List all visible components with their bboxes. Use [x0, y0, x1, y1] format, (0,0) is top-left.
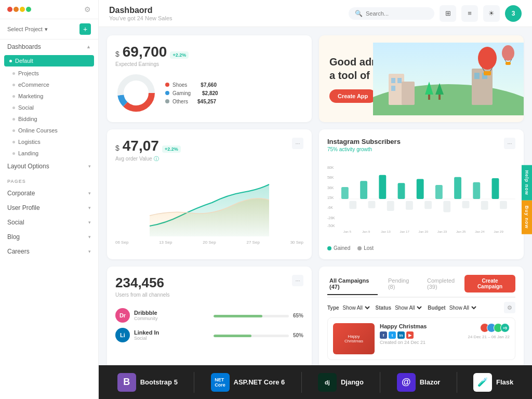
instagram-more-button[interactable]: ··· — [504, 138, 515, 149]
nav-item-label-online-courses: Online Courses — [18, 127, 58, 134]
nav-item-label-social: Social — [18, 104, 34, 111]
campaigns-card: All Campaigns (47) Pending (8) Completed… — [319, 267, 524, 365]
campaign-item-christmas: HappyChristmas Happy Christmas f t in ▶ … — [327, 317, 515, 360]
channel-item-linkedin: Li Linked In Social 50% — [115, 328, 303, 342]
filter-type-select[interactable]: Show All — [341, 304, 371, 311]
campaigns-tabs: All Campaigns (47) Pending (8) Completed… — [327, 275, 515, 298]
svg-text:Jan 13: Jan 13 — [381, 230, 391, 233]
sidebar-item-ecommerce[interactable]: eCommerce — [0, 79, 98, 90]
legend-dot-gaming — [165, 91, 169, 95]
nav-group-dashboards-label: Dashboards — [7, 43, 41, 50]
tech-item-flask[interactable]: 🧪 Flask — [473, 373, 513, 392]
svg-rect-46 — [462, 201, 470, 208]
create-campaign-button[interactable]: Create Campaign — [464, 275, 515, 292]
dribbble-bar-fill — [214, 315, 262, 317]
tech-item-django[interactable]: dj Django — [318, 373, 364, 392]
instagram-subtitle: 75% activity growth — [327, 147, 401, 152]
nav-group-layout-label: Layout Options — [7, 163, 49, 170]
tab-all-campaigns[interactable]: All Campaigns (47) — [327, 277, 378, 295]
legend-label-lost: Lost — [364, 245, 374, 251]
sidebar-item-social[interactable]: Social — [0, 102, 98, 113]
search-box[interactable]: 🔍 — [349, 7, 434, 20]
tech-item-asp[interactable]: NETCore ASP.NET Core 6 — [211, 373, 285, 392]
svg-rect-7 — [397, 78, 402, 83]
legend-dot-others — [165, 99, 169, 103]
legend-lost: Lost — [357, 245, 374, 251]
svg-rect-11 — [474, 73, 480, 79]
svg-rect-6 — [391, 78, 395, 83]
svg-text:36K: 36K — [327, 186, 334, 190]
sidebar-item-marketing[interactable]: Marketing — [0, 90, 98, 102]
add-project-button[interactable]: + — [79, 23, 91, 35]
svg-rect-41 — [417, 179, 424, 199]
asp-icon: NETCore — [211, 373, 230, 392]
nav-group-careers-header[interactable]: Careers ▾ — [0, 244, 98, 259]
theme-button[interactable]: ☀ — [483, 5, 500, 22]
grid-view-button[interactable]: ⊞ — [440, 5, 456, 22]
nav-group-social-header[interactable]: Social ▾ — [0, 215, 98, 230]
tech-item-bootstrap[interactable]: B Bootstrap 5 — [117, 373, 178, 392]
svg-rect-42 — [424, 201, 432, 209]
filter-budget-select[interactable]: Show All — [447, 304, 478, 311]
avgorder-more-button[interactable]: ··· — [292, 138, 303, 149]
bootstrap-label: Bootstrap 5 — [140, 378, 178, 386]
nav-group-dashboards-header[interactable]: Dashboards ▲ — [0, 39, 98, 54]
sidebar-item-landing[interactable]: Landing — [0, 148, 98, 159]
earnings-badge: +2.2% — [170, 51, 189, 59]
sidebar-item-projects[interactable]: Projects — [0, 68, 98, 79]
settings-button[interactable]: ≡ — [461, 5, 478, 22]
instagram-card: Instagram Subscribers 75% activity growt… — [319, 129, 524, 259]
sidebar-item-logistics[interactable]: Logistics — [0, 136, 98, 148]
tab-completed[interactable]: Completed (39) — [425, 277, 464, 295]
svg-text:-28K: -28K — [327, 216, 335, 220]
svg-rect-8 — [391, 86, 395, 91]
campaign-meta: Created on 24 Dec 21 — [380, 340, 462, 345]
users-more-button[interactable]: ··· — [292, 275, 303, 286]
filter-status-select[interactable]: Show All — [393, 304, 423, 311]
project-select-button[interactable]: Select Project ▾ — [7, 26, 48, 33]
nav-group-blog-header[interactable]: Blog ▾ — [0, 230, 98, 244]
banner-illustration — [368, 35, 524, 122]
nav-group-corporate-header[interactable]: Corporate ▾ — [0, 186, 98, 201]
topbar-right: 🔍 ⊞ ≡ ☀ 3 — [349, 5, 522, 22]
nav-group-userprofile-label: User Profile — [7, 204, 40, 211]
tech-item-blazor[interactable]: @ Blazor — [397, 373, 441, 392]
linkedin-social-icon: in — [397, 331, 405, 339]
logo-dot-green — [26, 7, 31, 12]
nav-group-layout-header[interactable]: Layout Options ▾ — [0, 159, 98, 174]
project-select-label: Select Project — [7, 26, 43, 32]
gear-icon[interactable]: ⚙ — [84, 5, 91, 14]
filter-icon-button[interactable]: ⚙ — [504, 302, 515, 313]
svg-text:Jan 24: Jan 24 — [475, 230, 485, 233]
avgorder-currency: $ — [115, 144, 119, 152]
users-card: 234,456 Users from all channels ··· Dr D… — [107, 267, 312, 365]
nav-group-social-label: Social — [7, 219, 24, 226]
twitter-icon: t — [389, 331, 396, 339]
linkedin-bar-wrap — [214, 333, 289, 337]
page-subtitle: You've got 24 New Sales — [109, 15, 172, 21]
nav-group-userprofile-header[interactable]: User Profile ▾ — [0, 201, 98, 215]
tab-pending[interactable]: Pending (8) — [386, 277, 417, 295]
donut-row: Shoes $7,660 Gaming $2,820 Others $45,25… — [115, 72, 303, 114]
avgorder-badge: +2.2% — [162, 145, 181, 153]
project-selector[interactable]: Select Project ▾ + — [0, 19, 98, 39]
buy-now-tab[interactable]: Buy now — [522, 201, 532, 234]
user-avatar[interactable]: 3 — [505, 5, 522, 22]
sidebar-item-bidding[interactable]: Bidding — [0, 113, 98, 125]
banner-card: Good admin theme is a tool of enthusiasm… — [319, 35, 524, 122]
legend-label-gained: Gained — [334, 245, 350, 251]
dribbble-icon: Dr — [115, 308, 130, 323]
campaign-title: Happy Christmas — [380, 323, 462, 329]
chevron-down-corporate-icon: ▾ — [88, 191, 91, 196]
svg-text:-50K: -50K — [327, 224, 335, 228]
content-grid: $ 69,700 +2.2% Expected Earnings Shoes — [99, 27, 532, 365]
help-now-tab[interactable]: Help now — [522, 165, 532, 201]
sidebar-item-online-courses[interactable]: Online Courses — [0, 125, 98, 136]
search-input[interactable] — [366, 10, 428, 17]
campaign-dates: 24 Dec 21 – 06 Jan 22 — [468, 335, 510, 339]
sidebar-item-default[interactable]: Default — [4, 55, 94, 66]
flask-label: Flask — [496, 378, 513, 386]
avgorder-amount: 47,07 — [123, 138, 159, 154]
campaign-thumbnail: HappyChristmas — [333, 323, 375, 354]
svg-text:80K: 80K — [327, 166, 334, 169]
